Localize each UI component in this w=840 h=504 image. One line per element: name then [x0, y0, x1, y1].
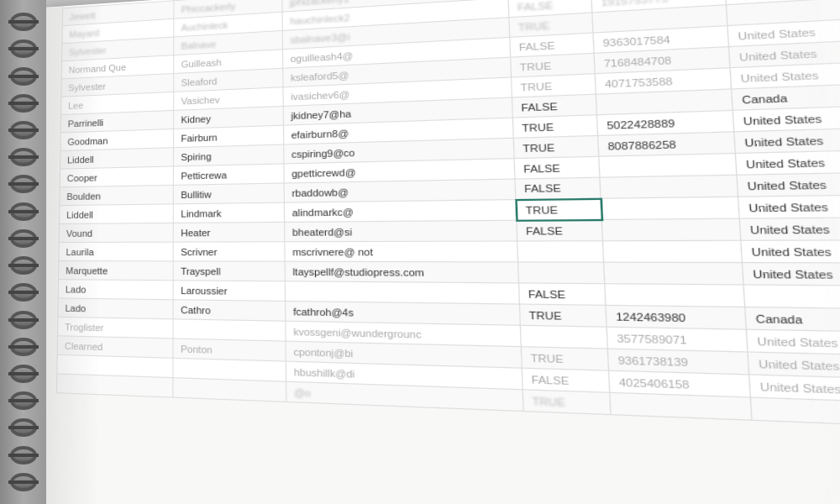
cell-14-2: mscrivnere@ not: [284, 241, 517, 262]
binding-ring-5: [10, 148, 37, 166]
cell-13-0: Vound: [59, 223, 173, 242]
binding-ring-3: [10, 94, 37, 113]
cell-12-0: Liddell: [60, 204, 174, 224]
data-table: LeaderMeadergmeader0@FALSEJewettPhiccack…: [56, 0, 840, 433]
binding-ring-1: [10, 39, 37, 58]
cell-14-3[interactable]: [517, 241, 604, 262]
cell-14-1: Scrivner: [173, 242, 285, 261]
binding-ring-7: [10, 202, 37, 221]
binding-ring-10: [10, 283, 37, 302]
binding-ring-12: [10, 338, 37, 356]
binding-ring-9: [10, 256, 37, 275]
cell-16-1: Laroussier: [173, 281, 285, 302]
cell-14-0: Laurila: [59, 242, 173, 261]
binding-ring-15: [10, 418, 37, 437]
cell-15-1: Trayspell: [173, 261, 285, 281]
binding-ring-8: [10, 229, 37, 248]
cell-15-0: Marquette: [59, 261, 174, 281]
notebook-binding: [0, 0, 46, 504]
cell-15-3[interactable]: [518, 262, 605, 284]
binding-ring-17: [10, 473, 37, 491]
binding-ring-6: [10, 175, 37, 193]
binding-ring-0: [10, 13, 37, 31]
spreadsheet-container: LeaderMeadergmeader0@FALSEJewettPhiccack…: [56, 0, 840, 433]
cell-13-1: Heater: [173, 222, 284, 242]
table-row: LaurilaScrivnermscrivnere@ notUnited Sta…: [59, 239, 840, 263]
cell-13-3[interactable]: FALSE: [517, 219, 603, 241]
binding-ring-13: [10, 365, 37, 383]
cell-15-2: ltayspellf@studiopress.com: [285, 261, 519, 283]
binding-ring-4: [10, 121, 37, 139]
binding-ring-2: [10, 67, 37, 86]
spreadsheet-page: LeaderMeadergmeader0@FALSEJewettPhiccack…: [29, 0, 840, 504]
binding-ring-11: [10, 311, 37, 329]
binding-ring-14: [10, 391, 37, 410]
cell-16-0: Lado: [58, 280, 173, 300]
cell-17-0: Lado: [58, 298, 173, 319]
scene: LeaderMeadergmeader0@FALSEJewettPhiccack…: [0, 0, 840, 504]
binding-ring-16: [10, 446, 37, 465]
cell-13-2: bheaterd@si: [284, 220, 517, 242]
